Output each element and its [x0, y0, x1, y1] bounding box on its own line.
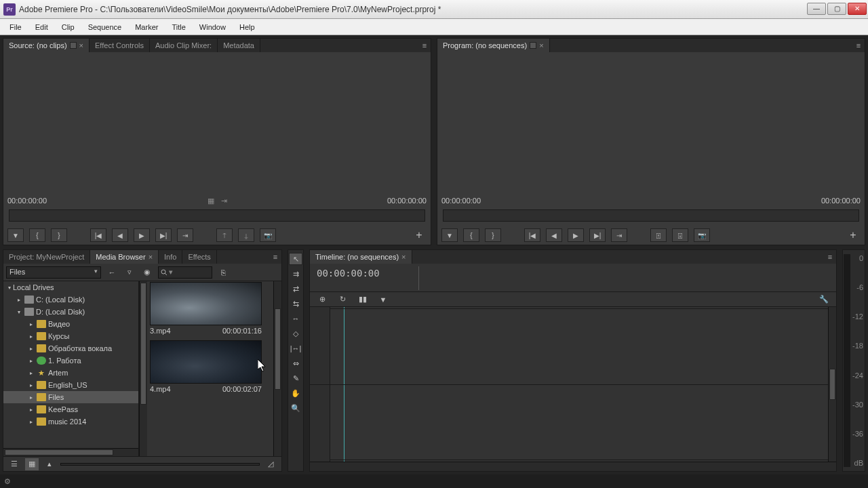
panel-menu-icon[interactable]: ≡: [269, 250, 281, 264]
selection-tool[interactable]: ↖: [289, 253, 302, 265]
tab-effect-controls[interactable]: Effect Controls: [90, 39, 150, 52]
linked-selection-icon[interactable]: ↻: [336, 293, 349, 306]
tab-close-icon[interactable]: ×: [401, 253, 406, 261]
export-frame-button[interactable]: 📷: [260, 228, 276, 242]
razor-tool[interactable]: ◇: [289, 327, 302, 340]
slide-tool[interactable]: ⇔: [289, 357, 302, 369]
timeline-timecode[interactable]: 00:00:00:00: [310, 264, 418, 291]
menu-sequence[interactable]: Sequence: [81, 21, 129, 33]
tab-effects[interactable]: Effects: [182, 250, 216, 264]
step-back-button[interactable]: |◀: [524, 228, 540, 242]
thumb-vscroll[interactable]: [273, 281, 281, 456]
list-view-icon[interactable]: ☰: [7, 458, 21, 470]
ripple-edit-tool[interactable]: ⇄: [289, 283, 302, 295]
lift-button[interactable]: ⍐: [650, 228, 667, 242]
tree-folder-fav[interactable]: ▸★Artem: [3, 367, 138, 379]
mark-out-button[interactable]: {: [463, 228, 479, 242]
clip-item[interactable]: 4.mp400:00:02:07: [150, 340, 271, 393]
menu-edit[interactable]: Edit: [28, 21, 55, 33]
source-scrub-bar[interactable]: [9, 209, 425, 222]
tree-drive-d[interactable]: ▾D: (Local Disk): [3, 306, 138, 318]
program-scrub-bar[interactable]: [443, 209, 859, 222]
timeline-hscroll[interactable]: [310, 462, 836, 471]
prev-frame-button[interactable]: ◀: [546, 228, 562, 242]
zoom-in-icon[interactable]: ◿: [264, 458, 277, 470]
menu-window[interactable]: Window: [193, 21, 233, 33]
rolling-edit-tool[interactable]: ⇆: [289, 298, 302, 310]
back-button[interactable]: ←: [105, 266, 119, 279]
step-forward-button[interactable]: ⇥: [611, 228, 627, 242]
overwrite-button[interactable]: ⍊: [238, 228, 254, 242]
fit-icon[interactable]: ▦: [208, 197, 214, 205]
zoom-out-icon[interactable]: ▴: [43, 458, 56, 470]
tree-folder[interactable]: ▸music 2014: [3, 415, 138, 428]
tree-folder[interactable]: ▸KeePass: [3, 403, 138, 415]
track-select-tool[interactable]: ⇉: [289, 268, 302, 280]
tree-folder[interactable]: ▸English_US: [3, 379, 138, 391]
add-button[interactable]: +: [846, 228, 861, 242]
tree-folder[interactable]: ▸Обработка вокала: [3, 342, 138, 354]
slip-tool[interactable]: |↔|: [289, 342, 302, 354]
prev-frame-button[interactable]: ◀: [112, 228, 128, 242]
next-frame-button[interactable]: ▶|: [155, 228, 172, 242]
timeline-vscroll[interactable]: [828, 307, 836, 462]
menu-title[interactable]: Title: [165, 21, 192, 33]
go-to-in-button[interactable]: }: [485, 228, 501, 242]
menu-help[interactable]: Help: [233, 21, 262, 33]
tree-folder[interactable]: ▸Видео: [3, 318, 138, 330]
filter-icon[interactable]: ▿: [123, 266, 136, 279]
tree-vscroll[interactable]: [139, 281, 147, 456]
tree-folder[interactable]: ▸Курсы: [3, 330, 138, 342]
filter-dropdown[interactable]: Files: [6, 266, 101, 279]
tab-metadata[interactable]: Metadata: [218, 39, 260, 52]
menu-clip[interactable]: Clip: [55, 21, 81, 33]
timeline-ruler[interactable]: [418, 264, 836, 291]
step-forward-button[interactable]: ⇥: [177, 228, 193, 242]
safe-margins-icon[interactable]: ⇥: [221, 197, 227, 205]
eye-icon[interactable]: ◉: [140, 266, 154, 279]
close-button[interactable]: ✕: [848, 3, 867, 15]
panel-menu-icon[interactable]: ≡: [824, 250, 836, 264]
mark-out-button[interactable]: {: [29, 228, 45, 242]
tab-source[interactable]: Source: (no clips) ×: [3, 39, 90, 52]
menu-marker[interactable]: Marker: [128, 21, 165, 33]
maximize-button[interactable]: ▢: [827, 3, 846, 15]
program-dropdown-icon[interactable]: [530, 42, 536, 49]
tab-close-icon[interactable]: ×: [149, 253, 153, 261]
snap-icon[interactable]: ⊕: [315, 293, 329, 306]
zoom-tool[interactable]: 🔍: [289, 402, 302, 414]
icon-view-icon[interactable]: ▦: [25, 458, 39, 470]
source-dropdown-icon[interactable]: [70, 42, 77, 49]
tab-info[interactable]: Info: [159, 250, 182, 264]
ingest-icon[interactable]: ⎘: [216, 266, 230, 279]
tab-timeline[interactable]: Timeline: (no sequences) ×: [310, 250, 412, 264]
export-frame-button[interactable]: 📷: [694, 228, 710, 242]
insert-button[interactable]: ⍑: [216, 228, 233, 242]
clip-item[interactable]: 3.mp400:00:01:16: [150, 282, 271, 335]
menu-file[interactable]: File: [3, 21, 28, 33]
pen-tool[interactable]: ✎: [289, 372, 302, 384]
add-button[interactable]: +: [412, 228, 427, 242]
rate-stretch-tool[interactable]: ↔: [289, 312, 302, 325]
panel-menu-icon[interactable]: ≡: [418, 39, 431, 52]
marker-icon[interactable]: ▼: [376, 293, 390, 306]
add-marker-icon[interactable]: ▮▮: [356, 293, 370, 306]
hand-tool[interactable]: ✋: [289, 387, 302, 399]
mark-in-button[interactable]: ▼: [7, 228, 24, 242]
go-to-in-button[interactable]: }: [51, 228, 67, 242]
tab-media-browser[interactable]: Media Browser ×: [90, 250, 159, 264]
tab-audio-clip-mixer[interactable]: Audio Clip Mixer:: [150, 39, 218, 52]
track-area[interactable]: [330, 307, 828, 462]
tab-close-icon[interactable]: ×: [539, 41, 543, 49]
zoom-slider[interactable]: [60, 463, 260, 466]
wrench-icon[interactable]: 🔧: [817, 293, 831, 306]
minimize-button[interactable]: —: [807, 3, 826, 15]
extract-button[interactable]: ⍗: [672, 228, 688, 242]
tree-root[interactable]: ▾Local Drives: [3, 281, 138, 293]
next-frame-button[interactable]: ▶|: [589, 228, 606, 242]
tree-folder-work[interactable]: ▸1. Работа: [3, 354, 138, 367]
step-back-button[interactable]: |◀: [90, 228, 106, 242]
tab-close-icon[interactable]: ×: [79, 41, 83, 49]
tab-project[interactable]: Project: MyNewProject: [3, 250, 90, 264]
play-button[interactable]: ▶: [134, 228, 150, 242]
